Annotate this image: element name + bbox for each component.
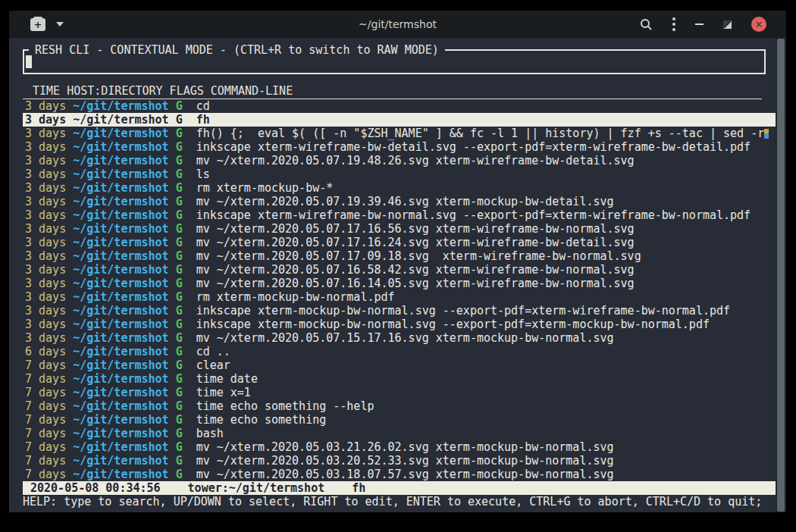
history-row[interactable]: 3 days~/git/termshotGcd <box>23 99 776 113</box>
history-row[interactable]: 7 days~/git/termshotGtime date <box>23 372 776 386</box>
row-flags: G <box>176 222 183 236</box>
history-row[interactable]: 7 days~/git/termshotGmv ~/xterm.2020.05.… <box>23 454 776 468</box>
history-row[interactable]: 3 days~/git/termshotGmv ~/xterm.2020.05.… <box>23 222 776 236</box>
row-time: 6 days <box>25 345 66 358</box>
row-flags: G <box>176 99 183 113</box>
restore-button[interactable] <box>723 20 732 29</box>
row-command: bash <box>196 427 224 440</box>
row-time: 7 days <box>25 358 66 372</box>
history-row[interactable]: 3 days~/git/termshotGmv ~/xterm.2020.05.… <box>23 277 776 290</box>
search-icon[interactable] <box>640 18 653 31</box>
row-time: 3 days <box>25 236 66 249</box>
row-directory: ~/git/termshot <box>73 345 168 358</box>
titlebar: + ~/git/termshot <box>9 11 786 38</box>
minimize-button[interactable] <box>695 23 704 25</box>
row-time: 3 days <box>25 331 66 345</box>
row-directory: ~/git/termshot <box>73 331 168 345</box>
row-directory: ~/git/termshot <box>73 372 168 386</box>
history-row[interactable]: 3 days~/git/termshotGmv ~/xterm.2020.05.… <box>23 154 776 167</box>
row-time: 3 days <box>25 263 66 277</box>
text-cursor <box>26 55 32 68</box>
history-row[interactable]: 7 days~/git/termshotGclear <box>23 358 776 372</box>
row-directory: ~/git/termshot <box>73 208 168 222</box>
history-row[interactable]: 3 days~/git/termshotGinkscape xterm-wire… <box>23 208 776 222</box>
row-time: 7 days <box>25 468 66 481</box>
row-directory: ~/git/termshot <box>73 154 168 167</box>
row-time: 3 days <box>25 99 66 113</box>
row-directory: ~/git/termshot <box>73 399 168 413</box>
row-time: 7 days <box>25 372 66 386</box>
row-directory: ~/git/termshot <box>73 440 168 454</box>
row-command: mv ~/xterm.2020.05.03.18.07.57.svg xterm… <box>196 468 614 481</box>
history-row[interactable]: 7 days~/git/termshotGtime x=1 <box>23 386 776 399</box>
row-command: time date <box>196 372 258 386</box>
history-row[interactable]: 3 days~/git/termshotGmv ~/xterm.2020.05.… <box>23 249 776 263</box>
status-bar: 2020-05-08 00:34:56tower:~/git/termshotf… <box>23 481 776 495</box>
row-time: 3 days <box>25 167 66 181</box>
history-row[interactable]: 6 days~/git/termshotGcd .. <box>23 345 776 358</box>
row-flags: G <box>176 195 183 208</box>
row-command: cd <box>196 99 210 113</box>
row-time: 3 days <box>25 208 66 222</box>
row-flags: G <box>176 236 183 249</box>
history-row[interactable]: 3 days~/git/termshotGrm xterm-mockup-bw-… <box>23 181 776 195</box>
close-button[interactable]: ✕ <box>751 17 766 32</box>
history-row[interactable]: 7 days~/git/termshotGtime echo something <box>23 413 776 427</box>
row-flags: G <box>176 427 183 440</box>
row-command: inkscape xterm-mockup-bw-normal.svg --ex… <box>196 318 710 331</box>
help-line: HELP: type to search, UP/DOWN to select,… <box>23 495 786 509</box>
row-time: 3 days <box>25 127 66 140</box>
row-flags: G <box>176 208 183 222</box>
row-directory: ~/git/termshot <box>73 195 168 208</box>
history-row[interactable]: 3 days~/git/termshotGinkscape xterm-mock… <box>23 304 776 318</box>
history-row[interactable]: 3 days~/git/termshotGinkscape xterm-mock… <box>23 318 776 331</box>
row-flags: G <box>176 154 183 167</box>
row-command: cd .. <box>196 345 230 358</box>
row-time: 7 days <box>25 386 66 399</box>
history-row[interactable]: 3 days~/git/termshotGfh <box>23 113 776 127</box>
terminal-window: + ~/git/termshot <box>9 11 786 512</box>
row-flags: G <box>176 127 183 140</box>
row-time: 3 days <box>25 249 66 263</box>
row-flags: G <box>176 167 183 181</box>
close-icon: ✕ <box>755 20 763 30</box>
scrollbar[interactable] <box>776 38 786 512</box>
status-command: fh <box>352 481 365 495</box>
row-directory: ~/git/termshot <box>73 127 168 140</box>
history-row[interactable]: 7 days~/git/termshotGbash <box>23 427 776 440</box>
row-flags: G <box>176 304 183 318</box>
search-box-legend: RESH CLI - CONTEXTUAL MODE - (CTRL+R to … <box>29 43 445 57</box>
row-directory: ~/git/termshot <box>73 99 168 113</box>
new-tab-button[interactable]: + <box>30 18 45 31</box>
history-row[interactable]: 3 days~/git/termshotGmv ~/xterm.2020.05.… <box>23 331 776 345</box>
row-directory: ~/git/termshot <box>73 222 168 236</box>
row-command: time x=1 <box>196 386 251 399</box>
row-flags: G <box>176 440 183 454</box>
history-row[interactable]: 3 days~/git/termshotGrm xterm-mockup-bw-… <box>23 290 776 304</box>
history-row[interactable]: 3 days~/git/termshotGmv ~/xterm.2020.05.… <box>23 263 776 277</box>
row-command: mv ~/xterm.2020.05.07.16.58.42.svg xterm… <box>196 263 635 277</box>
row-time: 7 days <box>25 399 66 413</box>
scrollbar-thumb[interactable] <box>777 39 785 512</box>
row-time: 3 days <box>25 290 66 304</box>
search-box[interactable]: RESH CLI - CONTEXTUAL MODE - (CTRL+R to … <box>23 49 766 74</box>
row-time: 3 days <box>25 277 66 290</box>
history-row[interactable]: 3 days~/git/termshotGinkscape xterm-wire… <box>23 140 776 154</box>
row-time: 3 days <box>25 154 66 167</box>
row-command: inkscape xterm-mockup-bw-normal.svg --ex… <box>196 304 730 318</box>
row-flags: G <box>176 399 183 413</box>
row-directory: ~/git/termshot <box>73 181 168 195</box>
history-row[interactable]: 3 days~/git/termshotGmv ~/xterm.2020.05.… <box>23 236 776 249</box>
history-row[interactable]: 3 days~/git/termshotGfh() {; eval $( ([ … <box>23 127 776 140</box>
row-directory: ~/git/termshot <box>73 236 168 249</box>
chevron-down-icon[interactable] <box>56 22 64 27</box>
history-row[interactable]: 7 days~/git/termshotGmv ~/xterm.2020.05.… <box>23 440 776 454</box>
row-command: time echo something --help <box>196 399 374 413</box>
history-row[interactable]: 7 days~/git/termshotGtime echo something… <box>23 399 776 413</box>
row-time: 7 days <box>25 454 66 468</box>
row-directory: ~/git/termshot <box>73 358 168 372</box>
history-row[interactable]: 3 days~/git/termshotGls <box>23 167 776 181</box>
history-row[interactable]: 3 days~/git/termshotGmv ~/xterm.2020.05.… <box>23 195 776 208</box>
history-row[interactable]: 7 days~/git/termshotGmv ~/xterm.2020.05.… <box>23 468 776 481</box>
menu-kebab-icon[interactable] <box>672 17 675 31</box>
